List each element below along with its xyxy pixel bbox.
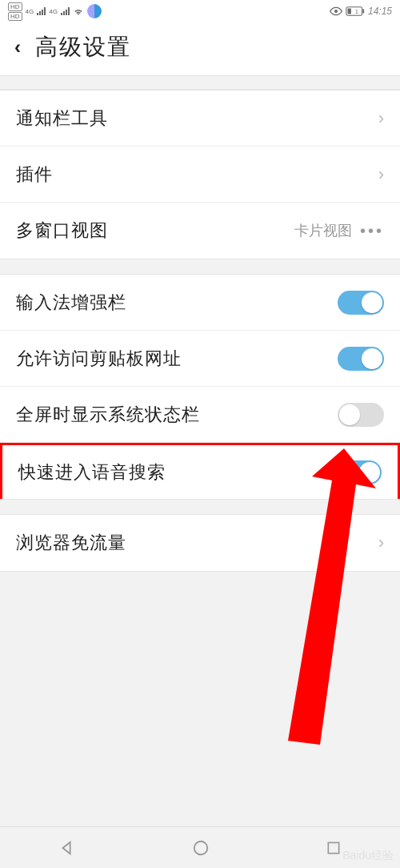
item-fullscreen-status: 全屏时显示系统状态栏	[0, 387, 400, 443]
nav-back-button[interactable]	[58, 839, 76, 857]
plugins-label: 插件	[16, 163, 53, 187]
item-ime-enhance: 输入法增强栏	[0, 275, 400, 331]
chevron-right-icon: ›	[378, 164, 384, 185]
hd-badge-2: HD	[8, 12, 22, 21]
svg-rect-3	[362, 9, 364, 13]
status-right: 1 14:15	[330, 6, 392, 17]
settings-group-1: 通知栏工具 › 插件 › 多窗口视图 卡片视图 •••	[0, 90, 400, 259]
watermark: Baidu经验	[342, 849, 394, 863]
item-clipboard-url: 允许访问剪贴板网址	[0, 331, 400, 387]
item-notification-toolbar[interactable]: 通知栏工具 ›	[0, 90, 400, 147]
signal-icon-2	[61, 7, 70, 15]
settings-group-3: 浏览器免流量 ›	[0, 514, 400, 572]
network-4g-2: 4G	[49, 8, 58, 15]
settings-group-2: 输入法增强栏 允许访问剪贴板网址 全屏时显示系统状态栏 快速进入语音搜索	[0, 274, 400, 500]
svg-text:1: 1	[355, 9, 358, 14]
status-bar: HD HD 4G 4G 1 14:15	[0, 0, 400, 22]
chevron-right-icon: ›	[378, 532, 384, 553]
browser-logo-icon	[87, 4, 102, 18]
section-gap-1	[0, 75, 400, 90]
time-label: 14:15	[368, 6, 392, 17]
system-nav-bar	[0, 826, 400, 868]
header: ‹ 高级设置	[0, 22, 400, 75]
voice-search-toggle[interactable]	[335, 460, 382, 484]
svg-point-6	[194, 841, 208, 854]
back-button[interactable]: ‹	[14, 36, 21, 58]
fullscreen-status-toggle[interactable]	[338, 403, 384, 427]
section-gap-2	[0, 259, 400, 274]
nav-home-button[interactable]	[192, 839, 210, 857]
clipboard-url-toggle[interactable]	[338, 347, 384, 371]
signal-icon-1	[37, 7, 46, 15]
item-browser-dataless[interactable]: 浏览器免流量 ›	[0, 515, 400, 571]
network-4g-1: 4G	[26, 8, 34, 15]
eye-icon	[330, 6, 342, 16]
fullscreen-status-label: 全屏时显示系统状态栏	[16, 403, 200, 427]
section-gap-3	[0, 500, 400, 514]
clipboard-url-label: 允许访问剪贴板网址	[16, 347, 182, 371]
item-plugins[interactable]: 插件 ›	[0, 147, 400, 203]
wifi-icon	[73, 6, 84, 17]
item-voice-search: 快速进入语音搜索	[0, 443, 400, 499]
chevron-right-icon: ›	[378, 108, 384, 129]
page-title: 高级设置	[35, 32, 131, 62]
svg-point-0	[334, 10, 338, 13]
notification-toolbar-label: 通知栏工具	[16, 106, 108, 131]
dots-icon: •••	[360, 222, 384, 240]
item-multiwindow[interactable]: 多窗口视图 卡片视图 •••	[0, 203, 400, 259]
multiwindow-label: 多窗口视图	[16, 219, 108, 243]
browser-dataless-label: 浏览器免流量	[16, 531, 126, 555]
svg-rect-7	[329, 842, 339, 853]
svg-rect-2	[348, 9, 351, 14]
status-left: HD HD 4G 4G	[8, 2, 102, 21]
ime-enhance-toggle[interactable]	[338, 291, 384, 315]
multiwindow-value: 卡片视图	[294, 221, 352, 240]
ime-enhance-label: 输入法增强栏	[16, 291, 126, 315]
hd-badge-1: HD	[8, 2, 22, 11]
nav-recent-button[interactable]	[326, 840, 342, 856]
voice-search-label: 快速进入语音搜索	[18, 460, 166, 484]
battery-icon: 1	[346, 6, 365, 16]
